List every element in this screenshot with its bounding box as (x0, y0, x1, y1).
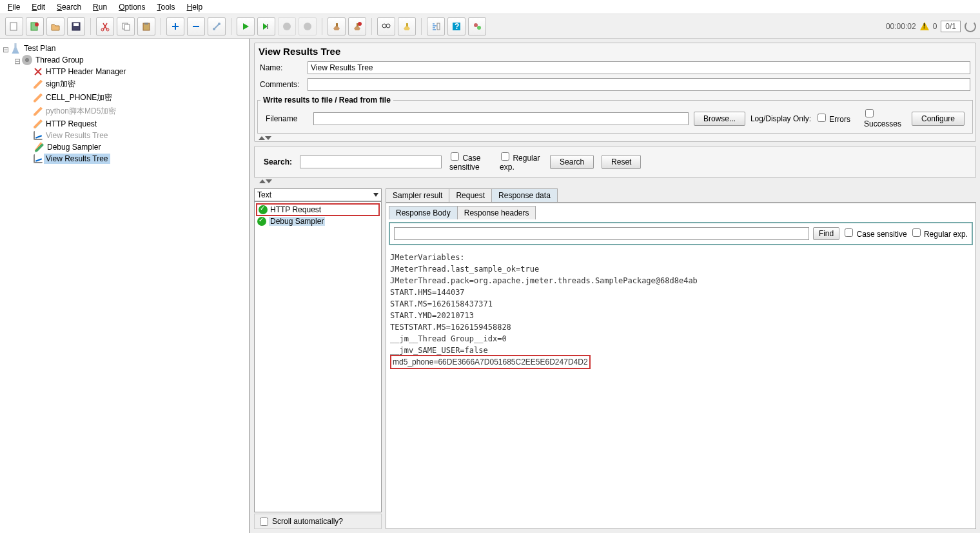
chart-icon (34, 131, 43, 140)
tools-button[interactable] (468, 17, 486, 35)
menu-help[interactable]: Help (182, 1, 208, 13)
name-input[interactable] (308, 61, 970, 74)
svg-rect-16 (357, 23, 358, 26)
tree-item[interactable]: Debug Sampler (45, 142, 103, 152)
search-input[interactable] (300, 156, 442, 168)
tree-item[interactable]: HTTP Header Manager (44, 66, 128, 77)
warning-icon[interactable] (920, 22, 929, 30)
tree-item[interactable]: View Results Tree (44, 130, 110, 141)
tree-item[interactable]: CELL_PHONE加密 (44, 92, 114, 104)
help-button[interactable]: ? (447, 17, 466, 35)
start-no-pause-button[interactable] (257, 17, 275, 35)
new-button[interactable] (5, 17, 23, 35)
result-item[interactable]: Debug Sampler (256, 216, 380, 226)
tab-response-data[interactable]: Response data (491, 188, 558, 202)
pen-icon (34, 80, 43, 89)
menu-run[interactable]: Run (88, 1, 112, 13)
success-icon (259, 205, 268, 214)
clear-all-button[interactable] (348, 17, 366, 35)
regex-checkbox[interactable]: Regular exp. (500, 152, 542, 172)
toolbar: ? 00:00:02 0 0/1 (0, 14, 980, 39)
find-button[interactable]: Find (813, 227, 839, 240)
response-body-text[interactable]: JMeterVariables: JMeterThread.last_sampl… (386, 248, 975, 528)
cut-button[interactable] (96, 17, 114, 35)
tree-item[interactable]: View Results Tree (44, 154, 110, 164)
find-case-checkbox[interactable]: Case sensitive (843, 228, 906, 239)
tab-response-headers[interactable]: Response headers (457, 206, 536, 219)
results-list[interactable]: HTTP RequestDebug Sampler (254, 201, 382, 512)
successes-checkbox[interactable]: Successes (864, 109, 906, 128)
svg-point-19 (386, 24, 390, 28)
svg-point-14 (304, 23, 311, 30)
reset-button[interactable]: Reset (602, 155, 641, 169)
log-display-label: Log/Display Only: (750, 114, 811, 123)
render-combo[interactable]: Text (254, 188, 382, 201)
svg-rect-15 (336, 23, 338, 26)
tree-item[interactable]: python脚本MD5加密 (44, 105, 118, 117)
menu-options[interactable]: Options (113, 1, 150, 13)
find-regex-checkbox[interactable]: Regular exp. (911, 228, 968, 239)
search-button[interactable]: Search (550, 155, 594, 169)
search-button-icon[interactable] (377, 17, 395, 35)
case-checkbox[interactable]: Case sensitive (449, 152, 492, 172)
menu-file[interactable]: File (3, 1, 25, 13)
menu-search[interactable]: Search (52, 1, 86, 13)
scroll-checkbox[interactable] (260, 518, 268, 526)
svg-point-12 (218, 23, 220, 25)
elapsed-time: 00:00:02 (886, 22, 916, 31)
configure-button[interactable]: Configure (912, 112, 965, 126)
name-label: Name: (260, 63, 302, 72)
collapse-button[interactable] (187, 17, 205, 35)
svg-point-11 (213, 28, 215, 30)
svg-point-25 (477, 26, 481, 30)
tree-item[interactable]: HTTP Request (44, 119, 99, 129)
gear-icon (22, 55, 32, 65)
clear-button[interactable] (328, 17, 346, 35)
pen-icon (34, 107, 43, 116)
tab-sampler-result[interactable]: Sampler result (386, 188, 449, 202)
toggle-button[interactable] (208, 17, 226, 35)
save-button[interactable] (67, 17, 85, 35)
tab-request[interactable]: Request (449, 188, 492, 202)
scroll-label: Scroll automatically? (272, 517, 343, 526)
menu-edit[interactable]: Edit (26, 1, 50, 13)
flask-icon (10, 43, 21, 54)
pen-icon (34, 94, 43, 103)
open-button[interactable] (46, 17, 64, 35)
svg-rect-1 (31, 23, 37, 30)
menubar: File Edit Search Run Options Tools Help (0, 0, 980, 14)
file-fieldset-legend: Write results to file / Read from file (260, 96, 393, 105)
thread-counter: 0/1 (941, 21, 961, 32)
templates-button[interactable] (26, 17, 44, 35)
copy-button[interactable] (117, 17, 135, 35)
filename-input[interactable] (313, 112, 689, 125)
test-plan-tree[interactable]: ⊟Test Plan ⊟Thread Group HTTP Header Man… (0, 39, 250, 533)
function-helper-button[interactable] (427, 17, 445, 35)
reset-search-button[interactable] (398, 17, 416, 35)
tab-response-body[interactable]: Response Body (389, 206, 458, 219)
comments-input[interactable] (308, 78, 970, 91)
menu-tools[interactable]: Tools (152, 1, 181, 13)
result-item[interactable]: HTTP Request (256, 203, 380, 216)
stop-button[interactable] (278, 17, 296, 35)
filename-label: Filename (266, 114, 308, 123)
loop-icon (965, 21, 976, 32)
tree-test-plan[interactable]: Test Plan (22, 43, 57, 54)
svg-point-17 (358, 22, 362, 26)
expand-button[interactable] (166, 17, 184, 35)
start-button[interactable] (237, 17, 255, 35)
svg-rect-8 (124, 25, 130, 30)
panel-title: View Results Tree (255, 43, 975, 59)
find-input[interactable] (394, 227, 809, 240)
svg-point-24 (474, 23, 478, 27)
shutdown-button[interactable] (299, 17, 317, 35)
tree-item[interactable]: sign加密 (44, 78, 77, 90)
tree-thread-group[interactable]: Thread Group (34, 55, 86, 65)
svg-rect-21 (437, 23, 440, 30)
paste-button[interactable] (137, 17, 155, 35)
svg-rect-7 (122, 23, 128, 29)
errors-checkbox[interactable]: Errors (816, 114, 859, 124)
svg-text:?: ? (455, 22, 459, 31)
browse-button[interactable]: Browse... (694, 112, 745, 126)
svg-point-6 (106, 28, 109, 31)
